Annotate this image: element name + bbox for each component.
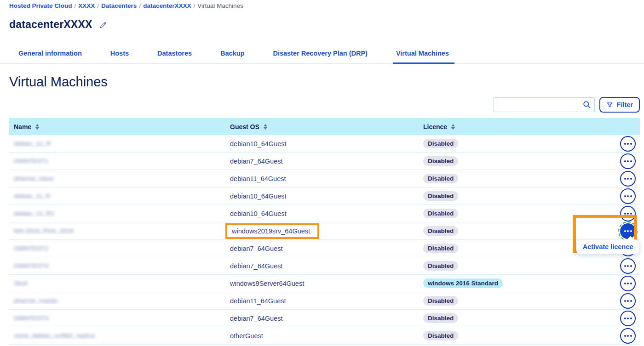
table-row: OWNTEST4debian7_64GuestDisabled — [9, 257, 640, 275]
column-header-guest-os[interactable]: Guest OS — [230, 123, 423, 130]
guest-os-value: debian10_64Guest — [230, 140, 287, 147]
table-row: clone_debian_oct9d2_replicaotherGuestDis… — [9, 327, 640, 345]
licence-cell: Disabled — [423, 191, 608, 201]
row-actions-button[interactable] — [620, 311, 636, 326]
sort-down-arrow — [451, 127, 455, 130]
toolbar: Filter — [0, 97, 640, 113]
guest-os-cell: debian7_64Guest — [230, 262, 423, 270]
vm-name-cell: pfsense_master — [9, 297, 230, 304]
tab-disaster-recovery-plan-drp[interactable]: Disaster Recovery Plan (DRP) — [273, 50, 368, 63]
breadcrumb-link[interactable]: Datacenters — [101, 2, 137, 9]
licence-badge: Disabled — [423, 244, 458, 253]
guest-os-value: debian10_64Guest — [230, 210, 287, 217]
tab-backup[interactable]: Backup — [220, 50, 244, 63]
guest-os-cell: debian7_64Guest — [230, 158, 423, 165]
row-actions-button[interactable] — [620, 328, 636, 344]
row-actions-button[interactable] — [620, 153, 636, 169]
guest-os-value: debian11_64Guest — [230, 297, 286, 305]
vm-name-cell: pfsense_slave — [9, 175, 230, 182]
column-label: Guest OS — [230, 123, 259, 130]
tab-virtual-machines[interactable]: Virtual Machines — [396, 50, 449, 63]
row-actions-cell — [608, 311, 640, 326]
vm-name: pfsense_master — [14, 297, 58, 304]
row-actions-button[interactable] — [620, 223, 636, 239]
row-actions-menu: Activate licence — [576, 239, 639, 254]
menu-item-activate-licence[interactable]: Activate licence — [583, 243, 633, 250]
row-actions-cell — [608, 206, 640, 221]
guest-os-value: otherGuest — [230, 332, 263, 340]
vm-name: clone_debian_oct9d2_replica — [14, 332, 95, 339]
licence-cell: Disabled — [423, 226, 608, 236]
vm-name: OWNTEST2 — [14, 245, 48, 252]
guest-os-value: debian7_64Guest — [230, 245, 283, 252]
guest-os-cell: otherGuest — [230, 332, 423, 340]
breadcrumb-link[interactable]: XXXX — [78, 2, 95, 9]
row-actions-button[interactable] — [620, 206, 636, 221]
row-actions-button[interactable] — [620, 171, 636, 187]
pencil-icon[interactable] — [99, 21, 107, 29]
vm-name-cell: OWNTEST4 — [9, 262, 230, 269]
guest-os-cell: debian10_64Guest — [230, 193, 423, 200]
row-actions-button[interactable] — [620, 293, 636, 309]
vm-name-cell: debian_11_R — [9, 193, 230, 199]
breadcrumb-separator: / — [193, 2, 195, 9]
table-body: debian_12_Rdebian10_64GuestDisabledOWNTE… — [9, 135, 640, 345]
focus-ring — [618, 221, 638, 241]
ellipsis-icon — [624, 318, 632, 319]
ellipsis-icon — [624, 143, 632, 145]
ellipsis-icon — [624, 265, 632, 267]
vm-name-cell: OWNTEST1 — [9, 158, 230, 164]
sort-arrows-icon — [35, 124, 39, 130]
guest-os-cell: windows9Server64Guest — [230, 280, 423, 287]
ellipsis-icon — [624, 335, 632, 337]
table-row: Skullwindows9Server64Guestwindows 2016 S… — [9, 275, 640, 292]
guest-os-cell: debian11_64Guest — [230, 297, 423, 305]
row-actions-button[interactable] — [620, 188, 636, 204]
vm-name-cell: debian_12_R2 — [9, 210, 230, 217]
page-title-row: datacenterXXXX — [9, 17, 644, 31]
ellipsis-icon — [624, 230, 632, 232]
filter-button-label: Filter — [617, 101, 633, 108]
tab-hosts[interactable]: Hosts — [110, 50, 129, 63]
breadcrumb-link[interactable]: Hosted Private Cloud — [9, 2, 72, 9]
column-header-licence[interactable]: Licence — [423, 123, 608, 130]
row-actions-button[interactable] — [620, 276, 636, 291]
licence-badge: Disabled — [423, 156, 458, 166]
sort-down-arrow — [35, 127, 39, 130]
sort-up-arrow — [264, 124, 267, 126]
row-actions-cell — [608, 328, 640, 344]
column-header-name[interactable]: Name — [9, 123, 230, 130]
licence-badge: Disabled — [423, 296, 458, 306]
tab-datastores[interactable]: Datastores — [157, 50, 192, 63]
row-actions-button[interactable] — [620, 258, 636, 274]
table-row: OWNTEST2debian7_64GuestDisabled — [9, 240, 640, 257]
tab-general-information[interactable]: General information — [18, 50, 82, 63]
table-row: debian_12_Rdebian10_64GuestDisabled — [9, 135, 640, 153]
vm-name-cell: debian_12_R — [9, 140, 230, 147]
row-actions-cell — [608, 276, 640, 291]
breadcrumb-link[interactable]: datacenterXXXX — [143, 2, 191, 9]
breadcrumb-separator: / — [97, 2, 99, 9]
vm-name: OWNTEST1 — [14, 158, 48, 164]
search-wrap — [494, 97, 595, 112]
search-input[interactable] — [494, 97, 595, 112]
licence-badge: Disabled — [423, 226, 458, 236]
row-actions-cell — [608, 188, 640, 204]
vm-name: WS-2019_PGA_2024 — [14, 227, 74, 234]
ellipsis-icon — [624, 283, 632, 284]
vm-name: debian_12_R — [14, 140, 51, 147]
vm-name: OWNTEST3 — [14, 315, 48, 322]
licence-cell: Disabled — [423, 296, 608, 306]
page-title: datacenterXXXX — [9, 18, 92, 31]
filter-button[interactable]: Filter — [599, 97, 640, 113]
guest-os-cell: debian10_64Guest — [230, 210, 423, 217]
guest-os-cell: windows2019srv_64Guest — [230, 227, 423, 235]
licence-cell: Disabled — [423, 139, 608, 148]
table-row: pfsense_slavedebian11_64GuestDisabled — [9, 170, 640, 187]
table-row: debian_12_R2debian10_64GuestDisabled — [9, 205, 640, 222]
row-actions-button[interactable] — [620, 136, 636, 152]
vm-name: debian_11_R — [14, 193, 50, 199]
licence-badge: Disabled — [423, 209, 458, 218]
breadcrumb-separator: / — [139, 2, 141, 9]
ellipsis-icon — [624, 300, 632, 302]
